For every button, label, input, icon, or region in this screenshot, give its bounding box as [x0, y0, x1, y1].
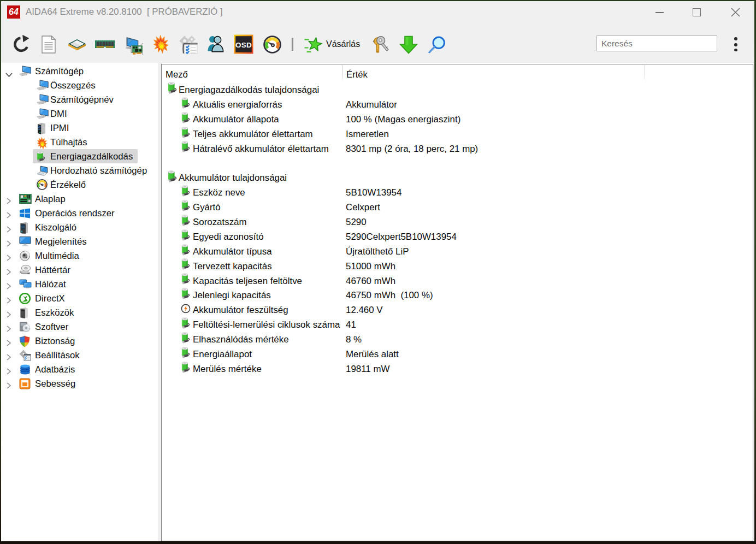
svg-text:OSD: OSD [235, 41, 252, 49]
